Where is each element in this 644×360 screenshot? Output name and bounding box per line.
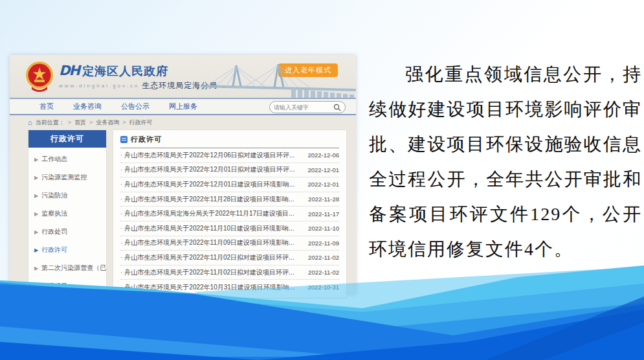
nav-link[interactable]: 公告公示 — [121, 102, 150, 111]
news-row[interactable]: · 舟山市生态环境局关于2022年11月10日建设项目环境影响... 2022-… — [120, 221, 339, 236]
news-title: 舟山市生态环境局定海分局关于2022年11月17日建设项目... — [124, 209, 303, 218]
news-date: 2022-12-01 — [307, 181, 339, 188]
news-title: 舟山市生态环境局关于2022年11月09日建设项目环境影响... — [124, 238, 303, 247]
sidebar-item-label: 污染源监测监控 — [41, 173, 87, 182]
sidebar-item[interactable]: ▶ 监察执法 — [28, 205, 106, 223]
news-row[interactable]: · 舟山市生态环境局关于2022年12月01日建设项目环境影响... 2022-… — [120, 177, 339, 192]
bullet-icon: · — [120, 240, 122, 247]
sidebar-item-label: 污染防治 — [41, 191, 67, 200]
arrow-right-icon: ▶ — [34, 229, 38, 235]
nav-links: 首页 业务咨询 公告公示 网上服务 — [39, 102, 217, 111]
site-header: DH 定海区人民政府 www.dinghai.gov.cn 生态环境局定海分局 … — [10, 55, 356, 98]
nav-link[interactable]: 首页 — [39, 102, 54, 111]
wave-decoration — [0, 263, 644, 360]
breadcrumb-item[interactable]: 行政许可 — [119, 118, 152, 127]
bullet-icon: · — [120, 254, 122, 261]
arrow-right-icon: ▶ — [34, 193, 38, 199]
site-url: www.dinghai.gov.cn — [59, 83, 139, 89]
news-row[interactable]: · 舟山市生态环境局定海分局关于2022年11月17日建设项目... 2022-… — [120, 207, 339, 221]
news-date: 2022-12-01 — [307, 166, 339, 174]
arrow-right-icon: ▶ — [34, 157, 38, 163]
dh-logo-mark: DH — [59, 63, 79, 78]
news-date: 2022-11-09 — [308, 240, 339, 247]
breadcrumb: ⌂ 当前位置： 首页 业务咨询 行政许可 — [10, 115, 356, 129]
sidebar-item[interactable]: ▶ 污染源监测监控 — [28, 168, 106, 186]
news-row[interactable]: · 舟山市生态环境局关于2022年11月09日建设项目环境影响... 2022-… — [120, 236, 339, 251]
bullet-icon: · — [120, 181, 122, 188]
news-date: 2022-11-17 — [308, 210, 339, 218]
sidebar-item[interactable]: ▶ 工作动态 — [28, 150, 106, 168]
arrow-right-icon: ▶ — [34, 211, 38, 217]
home-icon[interactable]: ⌂ — [28, 118, 32, 126]
bullet-icon: · — [120, 196, 122, 203]
site-nav-bar: 首页 业务咨询 公告公示 网上服务 — [10, 98, 356, 115]
website-screenshot: DH 定海区人民政府 www.dinghai.gov.cn 生态环境局定海分局 … — [10, 55, 356, 295]
sidebar-item[interactable]: ▶ 行政处罚 — [28, 223, 106, 241]
news-row[interactable]: · 舟山市生态环境局关于2022年12月01日拟对建设项目环评... 2022-… — [120, 163, 339, 178]
news-date: 2022-11-28 — [308, 196, 339, 203]
breadcrumb-prefix: 当前位置： — [36, 118, 65, 127]
arrow-right-icon: ▶ — [34, 247, 38, 253]
news-title: 舟山市生态环境局关于2022年11月02日拟对建设项目环评... — [124, 253, 303, 262]
sidebar-item[interactable]: ▶ 污染防治 — [28, 186, 106, 205]
breadcrumb-item[interactable]: 业务咨询 — [86, 118, 119, 127]
bullet-icon: · — [120, 225, 122, 232]
sidebar-item-label: 行政处罚 — [41, 227, 67, 236]
search-box[interactable] — [269, 101, 346, 113]
nav-link[interactable]: 业务咨询 — [73, 102, 102, 111]
news-title: 舟山市生态环境局关于2022年12月01日建设项目环境影响... — [124, 180, 302, 189]
arrow-right-icon: ▶ — [34, 175, 38, 181]
news-panel-title: 行政许可 — [131, 135, 162, 144]
news-title: 舟山市生态环境局关于2022年12月06日拟对建设项目环评... — [124, 151, 302, 160]
news-date: 2022-12-06 — [307, 152, 339, 159]
news-title: 舟山市生态环境局关于2022年11月28日建设项目环境影响... — [124, 195, 303, 204]
news-title: 舟山市生态环境局关于2022年11月10日建设项目环境影响... — [124, 224, 303, 233]
news-title: 舟山市生态环境局关于2022年12月01日拟对建设项目环评... — [124, 165, 302, 174]
news-panel-header: 行政许可 — [120, 135, 339, 148]
search-input[interactable] — [274, 104, 333, 111]
sidebar-item-label: 监察执法 — [41, 209, 67, 218]
search-icon[interactable] — [333, 104, 341, 111]
sidebar-header: 行政许可 — [28, 130, 106, 148]
slide-paragraph: 强化重点领域信息公开，持续做好建设项目环境影响评价审批、建设项目环保设施验收信息… — [369, 57, 642, 267]
breadcrumb-item[interactable]: 首页 — [65, 118, 86, 127]
sidebar-item-label: 工作动态 — [41, 155, 67, 164]
news-date: 2022-11-02 — [308, 254, 339, 261]
news-row[interactable]: · 舟山市生态环境局关于2022年11月28日建设项目环境影响... 2022-… — [120, 192, 339, 207]
bridge-illustration — [201, 64, 356, 98]
site-title: 定海区人民政府 — [82, 63, 168, 79]
bullet-icon: · — [120, 166, 122, 174]
document-icon — [120, 136, 128, 143]
nav-link[interactable]: 网上服务 — [169, 102, 197, 111]
news-row[interactable]: · 舟山市生态环境局关于2022年12月06日拟对建设项目环评... 2022-… — [120, 148, 339, 163]
sidebar-item[interactable]: ▶ 行政许可 — [28, 241, 106, 259]
sidebar-item-label: 行政许可 — [41, 245, 67, 254]
bullet-icon: · — [120, 210, 122, 218]
national-emblem-logo — [25, 61, 54, 92]
presentation-slide: DH 定海区人民政府 www.dinghai.gov.cn 生态环境局定海分局 … — [0, 0, 644, 360]
news-date: 2022-11-10 — [308, 225, 339, 232]
bullet-icon: · — [120, 152, 122, 159]
